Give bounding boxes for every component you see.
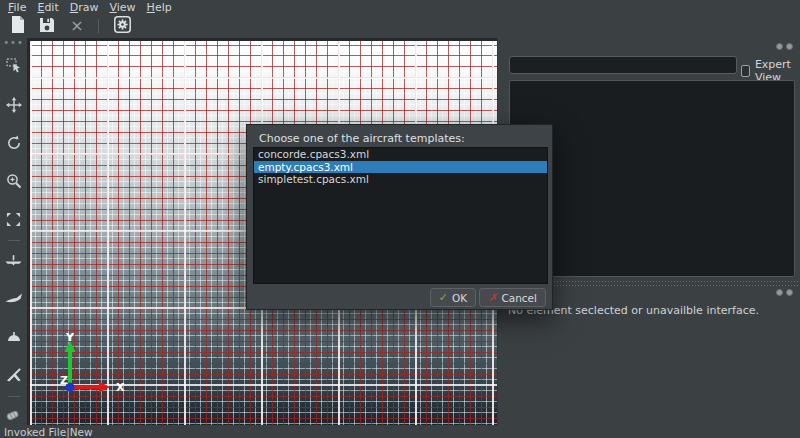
cancel-x-icon: ✗ — [488, 291, 497, 304]
dock-float-icon[interactable] — [776, 43, 783, 50]
menu-help[interactable]: Help — [144, 1, 180, 14]
ok-button-label: OK — [452, 292, 467, 304]
perspective-view-button[interactable] — [3, 405, 25, 426]
template-item-empty[interactable]: empty.cpacs3.xml — [254, 161, 547, 174]
dock2-buttons — [776, 289, 793, 296]
close-scene-button[interactable]: × — [64, 15, 90, 37]
dock-close-icon[interactable] — [786, 43, 793, 50]
oblique-view-button[interactable] — [3, 364, 25, 385]
dialog-buttons: ✓ OK ✗ Cancel — [430, 288, 546, 307]
front-view-button[interactable] — [3, 249, 25, 270]
template-chooser-dialog: Choose one of the aircraft templates: co… — [246, 124, 553, 310]
axis-label-z: Z — [60, 374, 68, 387]
toolbar-separator — [98, 19, 99, 33]
zoom-tool-button[interactable] — [3, 171, 25, 192]
sidebar-separator-2 — [8, 396, 20, 397]
zoom-magnifier-icon — [6, 173, 22, 189]
rotate-tool-button[interactable] — [3, 132, 25, 153]
new-document-icon — [10, 16, 25, 36]
menu-edit[interactable]: Edit — [34, 1, 66, 14]
save-file-button[interactable] — [34, 15, 60, 37]
close-x-icon: × — [70, 18, 83, 34]
ok-button[interactable]: ✓ OK — [430, 288, 476, 307]
template-list: concorde.cpacs3.xml empty.cpacs3.xml sim… — [253, 147, 548, 284]
menu-draw[interactable]: Draw — [67, 1, 107, 14]
new-file-button[interactable] — [4, 15, 30, 37]
cancel-button[interactable]: ✗ Cancel — [479, 288, 546, 307]
airplane-oblique-icon — [6, 367, 22, 383]
airplane-front-icon — [5, 253, 22, 267]
axis-label-y: Y — [65, 331, 75, 344]
status-text: Invoked File|New — [4, 426, 93, 438]
sidebar-separator — [8, 240, 20, 241]
statusbar: Invoked File|New — [0, 426, 800, 438]
dock1-buttons — [776, 43, 793, 50]
rotate-icon — [6, 135, 22, 151]
axis-label-x: X — [116, 381, 125, 394]
cancel-button-label: Cancel — [501, 292, 537, 304]
airplane-side-icon — [5, 292, 23, 304]
pan-arrows-icon — [6, 97, 22, 113]
tree-filter-input[interactable] — [509, 56, 737, 74]
settings-button[interactable] — [109, 15, 135, 37]
gear-icon — [114, 16, 131, 36]
cursor-select-icon — [6, 58, 22, 74]
airplane-top-icon — [6, 331, 22, 342]
top-view-button[interactable] — [3, 326, 25, 347]
select-tool-button[interactable] — [3, 56, 25, 77]
dock-float-icon[interactable] — [776, 289, 783, 296]
floppy-save-icon — [39, 17, 55, 36]
expert-view-checkbox[interactable] — [741, 65, 750, 77]
origin-axes: Y X Z — [40, 333, 150, 405]
toolbar-drag-handle[interactable]: ••• — [3, 38, 24, 50]
fuselage-3d-icon — [5, 408, 22, 422]
template-item-simpletest[interactable]: simpletest.cpacs.xml — [254, 173, 547, 186]
ok-check-icon: ✓ — [439, 291, 448, 304]
dock-close-icon[interactable] — [786, 289, 793, 296]
template-item-concorde[interactable]: concorde.cpacs3.xml — [254, 148, 547, 161]
menu-view[interactable]: View — [106, 1, 143, 14]
tool-sidebar: ••• — [0, 38, 27, 426]
side-view-button[interactable] — [3, 288, 25, 309]
pan-tool-button[interactable] — [3, 94, 25, 115]
toolbar: × — [0, 14, 800, 38]
tigl-viewer-window: File Edit Draw View Help × ••• — [0, 0, 800, 438]
dialog-prompt: Choose one of the aircraft templates: — [259, 132, 465, 145]
fit-all-button[interactable] — [3, 209, 25, 230]
fit-all-icon — [6, 212, 21, 227]
menubar: File Edit Draw View Help — [0, 0, 800, 14]
menu-file[interactable]: File — [5, 1, 34, 14]
